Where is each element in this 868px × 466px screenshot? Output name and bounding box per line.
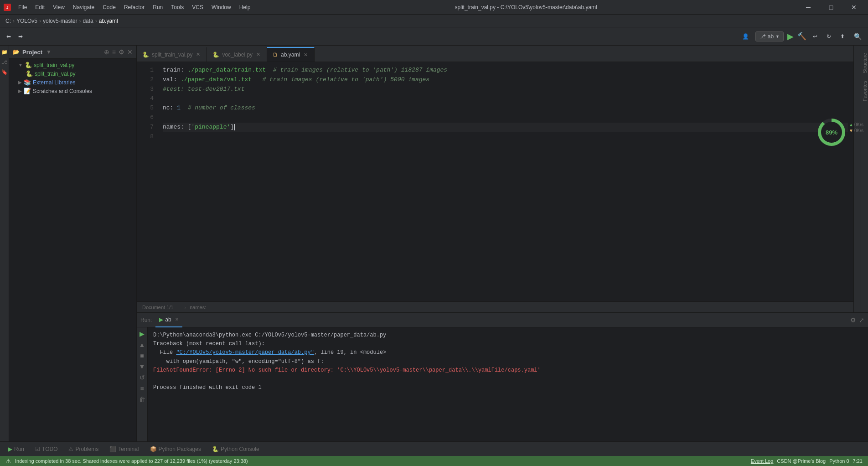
code-editor[interactable]: 1 2 3 4 5 6 7 8 train: ./paper_data/trai…: [137, 62, 853, 301]
breadcrumb-data[interactable]: data: [83, 18, 93, 24]
code-line-2: val: ./paper_data/val.txt # train images…: [163, 75, 848, 85]
tab-bar: 🐍 split_train_val.py ✕ 🐍 voc_label.py ✕ …: [137, 46, 853, 62]
tree-item-scratches[interactable]: ▶ 📝 Scratches and Consoles: [9, 87, 136, 95]
sidebar-icon-project[interactable]: 📁: [0, 47, 9, 57]
bottom-tab-problems[interactable]: ⚠ Problems: [64, 444, 103, 454]
toolbar-revert[interactable]: ↩: [810, 31, 820, 41]
tab-close-2[interactable]: ✕: [255, 51, 261, 58]
hide-panel-icon[interactable]: ✕: [127, 48, 133, 56]
sidebar-icon-commit[interactable]: ⎇: [0, 57, 9, 67]
tree-item-root[interactable]: ▼ 🐍 split_train_val.py: [9, 61, 136, 69]
bottom-tab-python-console[interactable]: 🐍 Python Console: [207, 444, 264, 454]
minimize-button[interactable]: ─: [798, 0, 819, 15]
run-tab-ab[interactable]: ▶ ab ✕: [155, 313, 182, 327]
maximize-button[interactable]: □: [821, 0, 842, 15]
account-button[interactable]: 👤: [739, 31, 752, 41]
arrow-up-icon: ▲: [849, 122, 853, 127]
menu-help[interactable]: Help: [236, 2, 254, 12]
net-up-value: 0K/s: [854, 122, 863, 127]
document-position: Document 1/1: [142, 305, 173, 310]
python-packages-icon: 📦: [150, 446, 157, 452]
run-expand-icon[interactable]: ⤢: [859, 316, 864, 324]
main-area: 📁 ⎇ 🔖 📂 Project ▼ ⊕ ≡ ⚙ ✕ ▼ 🐍 split_trai…: [0, 46, 868, 441]
network-stats: ▲ 0K/s ▼ 0K/s: [849, 122, 863, 133]
tab-label-2: voc_label.py: [222, 52, 253, 58]
run-button[interactable]: ▶: [787, 31, 794, 41]
search-everywhere-button[interactable]: 🔍: [851, 31, 864, 42]
window-title: split_train_val.py - C:\YOLOv5\yolov5-ma…: [258, 4, 794, 10]
code-content[interactable]: train: ./paper_data/train.txt # train im…: [157, 62, 853, 301]
toolbar-update[interactable]: ↻: [824, 31, 834, 41]
bottom-tab-todo[interactable]: ☑ TODO: [31, 444, 62, 454]
run-play-button[interactable]: ▶: [139, 329, 145, 338]
tab-ab-yaml[interactable]: 🗋 ab.yaml ✕: [267, 47, 315, 62]
branch-selector[interactable]: ⎇ ab ▼: [755, 31, 784, 41]
menu-file[interactable]: File: [15, 2, 31, 12]
panel-dropdown-icon[interactable]: ▼: [46, 49, 52, 55]
event-log-link[interactable]: Event Log: [751, 458, 774, 464]
run-scroll-up-button[interactable]: ▲: [138, 340, 146, 349]
structure-sidebar: Structure Favorites: [861, 46, 868, 312]
sync-icon[interactable]: ⊕: [104, 48, 109, 56]
build-button[interactable]: 🔨: [797, 32, 806, 41]
menu-window[interactable]: Window: [208, 2, 235, 12]
editor-area: 🐍 split_train_val.py ✕ 🐍 voc_label.py ✕ …: [137, 46, 853, 312]
collapse-icon[interactable]: ≡: [112, 48, 116, 56]
run-output[interactable]: D:\Python\anaconda3\python.exe C:/YOLOv5…: [148, 327, 546, 428]
code-line-6: [163, 113, 848, 123]
tree-item-file1[interactable]: 🐍 split_train_val.py: [9, 69, 136, 78]
run-panel-content-area: ▶ ▲ ■ ▼ ↺ ≡ 🗑 D:\Python\anaconda3\python…: [137, 327, 868, 441]
bottom-tab-terminal[interactable]: ⬛ Terminal: [105, 444, 143, 454]
python-console-label: Python Console: [221, 446, 259, 452]
sidebar-icon-bookmark[interactable]: 🔖: [0, 67, 9, 77]
code-line-8: [163, 132, 848, 142]
menu-refactor[interactable]: Refactor: [120, 2, 148, 12]
favorites-label[interactable]: Favorites: [861, 77, 868, 105]
toolbar-push[interactable]: ⬆: [837, 31, 847, 41]
run-link-file[interactable]: "C:/YOLOv5/yolov5-master/paper_data/ab.p…: [176, 349, 314, 356]
bottom-tab-python-packages[interactable]: 📦 Python Packages: [145, 444, 206, 454]
run-trash-button[interactable]: 🗑: [138, 395, 146, 404]
run-icon: ▶: [8, 446, 12, 452]
structure-label[interactable]: Structure: [861, 49, 868, 77]
tab-voc-label[interactable]: 🐍 voc_label.py ✕: [207, 47, 267, 62]
todo-tab-label: TODO: [42, 446, 57, 452]
breadcrumb-master[interactable]: yolov5-master: [43, 18, 77, 24]
menu-tools[interactable]: Tools: [167, 2, 187, 12]
menu-vcs[interactable]: VCS: [188, 2, 207, 12]
run-tab-close[interactable]: ✕: [175, 317, 179, 322]
scratches-arrow-icon: ▶: [18, 88, 22, 93]
close-button[interactable]: ✕: [843, 0, 864, 15]
tab-split-train[interactable]: 🐍 split_train_val.py ✕: [137, 47, 207, 62]
cpu-percent: 89%: [826, 129, 837, 136]
code-line-5: nc: 1 # number of classes: [163, 104, 848, 113]
tree-label-root: split_train_val.py: [34, 62, 74, 68]
run-settings-icon[interactable]: ⚙: [850, 316, 856, 324]
libs-icon: 📚: [24, 79, 31, 86]
menu-view[interactable]: View: [49, 2, 68, 12]
run-rerun-button[interactable]: ↺: [139, 373, 146, 382]
menu-edit[interactable]: Edit: [31, 2, 48, 12]
toolbar-forward[interactable]: ➡: [16, 31, 26, 41]
csdn-label: CSDN @Prime's Blog: [777, 458, 826, 464]
bottom-tab-run[interactable]: ▶ Run: [4, 444, 29, 454]
run-line-3: File "C:/YOLOv5/yolov5-master/paper_data…: [153, 348, 541, 357]
run-softrap-button[interactable]: ≡: [139, 384, 145, 393]
menu-navigate[interactable]: Navigate: [69, 2, 98, 12]
python-version-label: Python 0: [829, 458, 849, 464]
run-scroll-down-button[interactable]: ▼: [138, 362, 146, 371]
breadcrumb-file[interactable]: ab.yaml: [99, 18, 118, 24]
breadcrumb-c[interactable]: C:: [5, 18, 11, 24]
right-scrollbar-area: [853, 46, 861, 312]
settings-gear-icon[interactable]: ⚙: [119, 48, 124, 56]
chevron-down-icon: ▼: [775, 34, 780, 39]
tree-item-extlibs[interactable]: ▶ 📚 External Libraries: [9, 78, 136, 87]
breadcrumb-yolov5[interactable]: YOLOv5: [16, 18, 37, 24]
run-stop-button[interactable]: ■: [139, 351, 145, 360]
tab-label-1: split_train_val.py: [152, 52, 192, 58]
menu-run[interactable]: Run: [149, 2, 166, 12]
tab-close-1[interactable]: ✕: [195, 51, 201, 58]
menu-code[interactable]: Code: [99, 2, 119, 12]
tab-close-3[interactable]: ✕: [303, 52, 309, 58]
toolbar-back[interactable]: ⬅: [4, 31, 14, 41]
